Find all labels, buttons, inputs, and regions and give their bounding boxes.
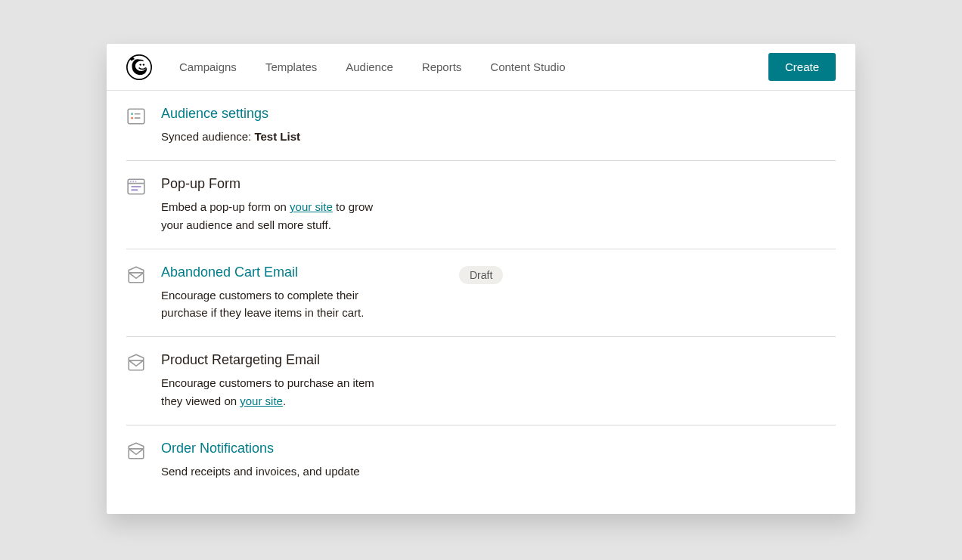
svg-point-13 [135, 181, 136, 182]
settings-card-icon [126, 107, 146, 126]
email-icon [126, 353, 146, 373]
main-nav: Campaigns Templates Audience Reports Con… [179, 60, 566, 73]
svg-point-3 [143, 63, 144, 65]
svg-point-12 [132, 181, 134, 182]
mailchimp-logo-icon[interactable] [126, 54, 152, 80]
svg-point-1 [135, 60, 147, 71]
form-icon [126, 177, 146, 196]
app-window: Campaigns Templates Audience Reports Con… [107, 44, 855, 514]
your-site-link[interactable]: your site [290, 200, 333, 213]
row-desc-abandoned-cart: Encourage customers to complete their pu… [161, 286, 388, 322]
row-desc-audience-settings: Synced audience: Test List [161, 128, 300, 145]
nav-audience[interactable]: Audience [346, 60, 393, 73]
row-title-audience-settings[interactable]: Audience settings [161, 106, 300, 122]
row-title-abandoned-cart[interactable]: Abandoned Cart Email [161, 265, 388, 280]
svg-point-2 [140, 63, 141, 65]
nav-templates[interactable]: Templates [265, 60, 317, 73]
row-title-product-retargeting: Product Retargeting Email [161, 352, 388, 368]
your-site-link[interactable]: your site [240, 394, 283, 407]
row-audience-settings: Audience settings Synced audience: Test … [126, 91, 836, 161]
svg-point-5 [131, 113, 133, 115]
row-desc-product-retargeting: Encourage customers to purchase an item … [161, 374, 388, 410]
nav-content-studio[interactable]: Content Studio [490, 60, 565, 73]
row-order-notifications: Order Notifications Send receipts and in… [126, 425, 836, 495]
row-abandoned-cart: Abandoned Cart Email Encourage customers… [126, 249, 836, 338]
svg-rect-4 [128, 109, 144, 124]
settings-list: Audience settings Synced audience: Test … [107, 91, 855, 514]
row-title-order-notifications[interactable]: Order Notifications [161, 441, 360, 456]
svg-point-7 [131, 117, 133, 119]
create-button[interactable]: Create [768, 53, 836, 81]
topbar: Campaigns Templates Audience Reports Con… [107, 44, 855, 91]
row-popup-form: Pop-up Form Embed a pop-up form on your … [126, 161, 836, 249]
svg-point-11 [130, 181, 132, 182]
row-title-popup-form: Pop-up Form [161, 176, 388, 192]
row-product-retargeting: Product Retargeting Email Encourage cust… [126, 337, 836, 425]
status-badge-draft: Draft [459, 266, 503, 284]
email-icon [126, 441, 146, 461]
nav-reports[interactable]: Reports [422, 60, 462, 73]
row-desc-order-notifications: Send receipts and invoices, and update [161, 463, 360, 480]
row-desc-popup-form: Embed a pop-up form on your site to grow… [161, 198, 388, 234]
nav-campaigns[interactable]: Campaigns [179, 60, 237, 73]
email-icon [126, 265, 146, 285]
